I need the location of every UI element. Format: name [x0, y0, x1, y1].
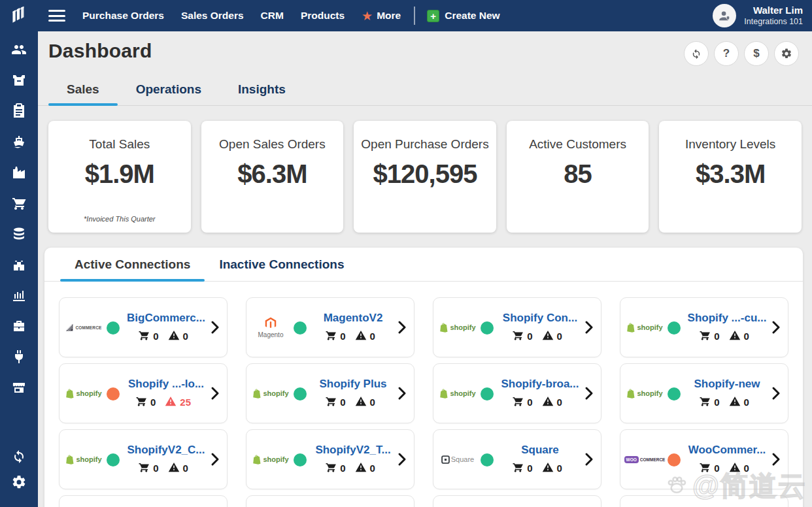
factory-icon[interactable] — [11, 165, 27, 180]
clipboard-icon[interactable] — [11, 103, 27, 119]
connection-card[interactable]: shopifyShopifyV2_T...00 — [246, 429, 414, 489]
chevron-right-icon[interactable] — [584, 452, 594, 466]
menu-hamburger-icon[interactable] — [48, 10, 65, 22]
connection-card[interactable]: shopifyShopify Con...00 — [433, 297, 601, 357]
cart-count-icon — [325, 395, 337, 410]
cart-count: 0 — [714, 397, 719, 408]
refresh-button[interactable] — [684, 41, 709, 66]
gear-icon[interactable] — [11, 474, 27, 490]
tab-insights[interactable]: Insights — [220, 75, 304, 105]
connection-counts: 00 — [311, 329, 396, 344]
chevron-right-icon[interactable] — [397, 320, 407, 335]
kpi-value: 85 — [507, 159, 649, 189]
cin7-logo-icon[interactable] — [8, 5, 30, 27]
connection-card[interactable]: shopifyShopify ...-cu...00 — [620, 297, 788, 357]
warehouse-icon[interactable] — [11, 257, 27, 272]
nav-purchase-orders[interactable]: Purchase Orders — [82, 10, 164, 22]
kpi-label: Open Purchase Orders — [354, 137, 496, 152]
warning-count: 0 — [183, 331, 188, 342]
main-content: Dashboard ?$ Sales Operations Insights T… — [38, 31, 812, 507]
status-dot — [481, 387, 494, 401]
ship-icon[interactable] — [11, 134, 27, 150]
chevron-right-icon[interactable] — [584, 320, 594, 335]
coins-icon[interactable] — [11, 226, 27, 242]
connection-name-link[interactable]: WooCommer... — [685, 444, 770, 457]
chevron-right-icon[interactable] — [397, 452, 407, 466]
cart-count: 0 — [527, 463, 532, 474]
chevron-right-icon[interactable] — [584, 386, 594, 401]
connection-name-link[interactable]: Shopify-new — [685, 378, 770, 391]
nav-crm[interactable]: CRM — [261, 10, 284, 22]
nav-products[interactable]: Products — [301, 10, 345, 22]
connection-info: Square00 — [498, 444, 583, 476]
cart-count: 0 — [150, 397, 156, 408]
connection-counts: 00 — [685, 329, 770, 344]
kpi-value: $1.9M — [48, 159, 191, 189]
connection-card[interactable]: shopifyShopify ...-lo...025 — [59, 363, 228, 423]
warning-count: 0 — [370, 331, 375, 342]
chevron-right-icon[interactable] — [210, 386, 220, 401]
sidebar-nav — [0, 31, 38, 507]
chevron-right-icon[interactable] — [397, 386, 407, 401]
bar-chart-icon[interactable] — [11, 287, 27, 303]
create-new-button[interactable]: + Create New — [427, 10, 499, 22]
currency-button[interactable]: $ — [744, 41, 769, 66]
connection-card[interactable]: eBay 200 — [246, 495, 414, 507]
connection-name-link[interactable]: BigCommerc... — [124, 312, 209, 325]
connection-counts: 00 — [498, 329, 583, 344]
nav-sales-orders[interactable]: Sales Orders — [181, 10, 244, 22]
user-menu[interactable]: Walter Lim Integrations 101 — [713, 4, 812, 27]
briefcase-icon[interactable] — [11, 318, 27, 334]
cart-icon[interactable] — [11, 195, 27, 211]
connection-info: Shopify Con...00 — [498, 312, 583, 344]
connection-card[interactable]: Amazon Sell...00 — [59, 495, 228, 507]
settings-button[interactable] — [774, 41, 799, 66]
user-info: Walter Lim Integrations 101 — [744, 5, 803, 27]
connection-card[interactable]: SquareSquare00 — [433, 429, 601, 489]
connection-card[interactable]: WOOCOMMERCEWooCommer...00 — [620, 429, 788, 489]
nav-more[interactable]: ★ More — [362, 10, 401, 22]
cart-count-icon — [512, 329, 524, 344]
connection-name-link[interactable]: MagentoV2 — [311, 312, 396, 325]
chevron-right-icon[interactable] — [210, 320, 220, 335]
tab-active-connections[interactable]: Active Connections — [60, 248, 205, 281]
status-dot — [668, 321, 681, 335]
top-nav-links: Purchase Orders Sales Orders CRM Product… — [82, 10, 345, 22]
plug-icon[interactable] — [11, 349, 27, 365]
chevron-right-icon[interactable] — [771, 452, 781, 466]
users-icon[interactable] — [11, 42, 27, 57]
connection-name-link[interactable]: ShopifyV2_T... — [311, 444, 396, 457]
help-button[interactable]: ? — [714, 41, 739, 66]
magento-logo: Magento — [252, 316, 290, 338]
shopify-logo: shopify — [439, 389, 477, 399]
connection-name-link[interactable]: Shopify ...-lo... — [124, 378, 209, 391]
connection-card[interactable]: Newegg -NZ00 — [620, 495, 788, 507]
connection-card[interactable]: shopifyShopify-broa...00 — [433, 363, 601, 423]
tab-sales[interactable]: Sales — [48, 75, 118, 105]
storefront-icon[interactable] — [11, 380, 27, 395]
tab-operations[interactable]: Operations — [118, 75, 220, 105]
cart-count: 0 — [153, 463, 158, 474]
connection-name-link[interactable]: Shopify ...-cu... — [685, 312, 770, 325]
chevron-right-icon[interactable] — [210, 452, 220, 466]
warning-count-icon — [729, 461, 741, 476]
connection-name-link[interactable]: ShopifyV2_C... — [124, 444, 209, 457]
connection-name-link[interactable]: Shopify Plus — [311, 378, 396, 391]
connection-card[interactable]: Etsy00 — [433, 495, 601, 507]
connection-card[interactable]: shopifyShopifyV2_C...00 — [59, 429, 228, 489]
connection-card[interactable]: MagentoMagentoV200 — [246, 297, 414, 357]
connection-card[interactable]: shopifyShopify-new00 — [620, 363, 788, 423]
connection-card[interactable]: COMMERCEBigCommerc...00 — [59, 297, 228, 357]
connection-name-link[interactable]: Shopify Con... — [498, 312, 583, 325]
chevron-right-icon[interactable] — [771, 386, 781, 401]
connection-name-link[interactable]: Shopify-broa... — [498, 378, 583, 391]
connection-card[interactable]: shopifyShopify Plus00 — [246, 363, 414, 423]
sync-icon[interactable] — [11, 448, 27, 464]
shopify-logo: shopify — [626, 389, 664, 399]
chevron-right-icon[interactable] — [771, 320, 781, 335]
package-icon[interactable] — [11, 73, 27, 88]
tab-inactive-connections[interactable]: Inactive Connections — [205, 248, 358, 281]
kpi-value: $6.3M — [201, 159, 344, 189]
warning-count: 0 — [744, 397, 749, 408]
connection-name-link[interactable]: Square — [498, 444, 583, 457]
